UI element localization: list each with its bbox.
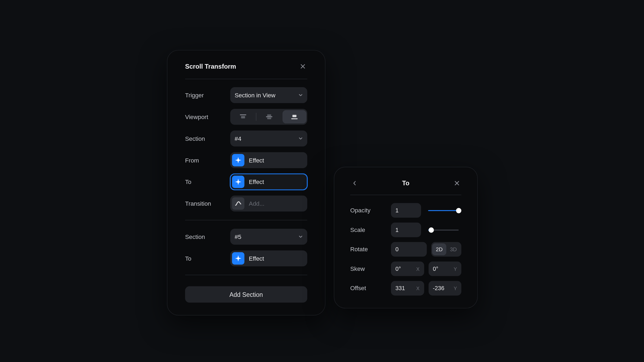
rotate-value: 0 [395,246,398,253]
chevron-down-icon [298,136,303,141]
to-value: Effect [249,179,264,185]
segment-divider [256,113,257,121]
section-value: #4 [235,135,241,142]
trigger-select[interactable]: Section in View [230,87,307,103]
viewport-top-icon[interactable] [231,110,255,124]
panel-title: To [402,180,409,187]
curve-icon [232,197,244,210]
opacity-input[interactable]: 1 [391,203,421,217]
rotate-3d-option[interactable]: 3D [446,243,460,256]
svg-rect-4 [268,118,272,119]
rotate-2d-option[interactable]: 2D [432,243,446,256]
svg-rect-0 [240,114,246,115]
sparkle-icon [232,252,244,265]
from-label: From [185,157,226,164]
opacity-value: 1 [395,207,398,214]
scroll-transform-panel: Scroll Transform Trigger Section in View [167,50,325,315]
offset-label: Offset [350,285,386,292]
section-divider [185,275,307,275]
panel-header: Scroll Transform [185,62,307,79]
offset-x-value: 331 [395,285,405,292]
svg-rect-3 [266,116,273,117]
from-effect-field[interactable]: Effect [230,152,307,168]
transition-placeholder: Add... [249,200,264,207]
sparkle-icon [232,154,244,166]
svg-rect-5 [292,115,297,117]
offset-y-input[interactable]: -236 Y [428,281,461,295]
offset-y-value: -236 [433,285,444,292]
rotate-input[interactable]: 0 [391,242,427,257]
section-select-4[interactable]: #4 [230,131,307,146]
trigger-value: Section in View [235,92,276,98]
back-icon[interactable] [350,179,359,188]
scale-input[interactable]: 1 [391,223,421,237]
skew-y-value: 0° [433,265,438,272]
offset-x-input[interactable]: 331 X [391,281,424,295]
chevron-down-icon [298,235,303,239]
sparkle-icon [232,176,244,188]
section-divider [185,220,307,220]
skew-x-input[interactable]: 0° X [391,261,424,276]
panel-title: Scroll Transform [185,63,236,70]
axis-y-suffix: Y [454,286,457,291]
opacity-slider[interactable] [426,210,462,211]
svg-rect-1 [241,116,245,119]
skew-y-input[interactable]: 0° Y [428,261,461,276]
axis-x-suffix: X [416,286,419,291]
section-label: Section [185,233,226,240]
add-section-button[interactable]: Add Section [185,286,307,303]
to-value: Effect [249,255,264,262]
viewport-label: Viewport [185,113,226,120]
viewport-segment [230,109,307,125]
chevron-down-icon [298,93,303,98]
to-label: To [185,179,226,185]
scale-label: Scale [350,227,386,233]
skew-x-value: 0° [395,265,401,272]
from-value: Effect [249,157,264,164]
opacity-label: Opacity [350,207,386,214]
skew-label: Skew [350,265,386,272]
close-icon[interactable] [298,62,307,71]
viewport-center-icon[interactable] [257,110,281,124]
to-detail-panel: To Opacity 1 [334,167,478,308]
scale-value: 1 [395,227,398,233]
transition-label: Transition [185,200,226,207]
to-label: To [185,255,226,262]
svg-rect-6 [291,119,298,119]
trigger-label: Trigger [185,92,226,98]
transition-field[interactable]: Add... [230,195,307,211]
scale-slider[interactable] [426,230,462,230]
section-select-5[interactable]: #5 [230,229,307,245]
panel-header: To [350,180,461,195]
axis-x-suffix: X [416,266,419,271]
to-effect-field-active[interactable]: Effect [230,174,307,190]
section-value: #5 [235,233,241,240]
rotate-mode-segment: 2D 3D [431,242,461,257]
close-icon[interactable] [452,179,461,188]
viewport-bottom-icon[interactable] [282,110,306,124]
section-label: Section [185,135,226,142]
axis-y-suffix: Y [454,266,457,271]
rotate-label: Rotate [350,246,386,253]
svg-rect-2 [268,114,272,116]
to-effect-field[interactable]: Effect [230,250,307,266]
